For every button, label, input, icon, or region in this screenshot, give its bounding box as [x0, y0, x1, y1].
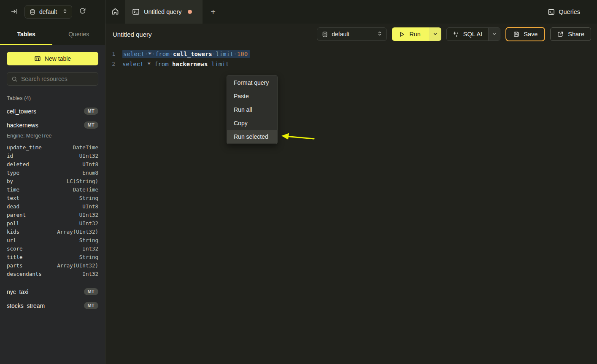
code-line[interactable]: 1select·*·from·cell_towers·limit·100: [105, 49, 597, 59]
column-row[interactable]: titleString: [7, 253, 98, 261]
refresh-button[interactable]: [78, 7, 87, 17]
database-selector[interactable]: default: [24, 5, 72, 19]
column-name: id: [7, 153, 13, 159]
run-options-button[interactable]: [429, 27, 441, 41]
column-name: title: [7, 254, 23, 260]
annotation-arrow: [280, 131, 318, 143]
top-bar-right: Queries: [548, 0, 597, 24]
table-row-nyc-taxi[interactable]: nyc_taxi MT: [7, 285, 98, 299]
column-row[interactable]: byLC(String): [7, 177, 98, 185]
column-row[interactable]: update_timeDateTime: [7, 143, 98, 151]
code-text: select * from hackernews limit: [122, 60, 229, 68]
column-type: Array(UInt32): [57, 229, 98, 235]
table-name: stocks_stream: [7, 302, 45, 309]
run-label: Run: [409, 31, 421, 38]
menu-item-format-query[interactable]: Format query: [227, 76, 277, 89]
column-row[interactable]: pollUInt32: [7, 219, 98, 227]
column-name: descendants: [7, 271, 42, 277]
column-name: update_time: [7, 144, 42, 151]
column-row[interactable]: textString: [7, 194, 98, 202]
column-type: Array(UInt32): [57, 262, 98, 269]
column-name: kids: [7, 229, 19, 235]
menu-item-paste[interactable]: Paste: [227, 89, 277, 103]
column-type: String: [79, 195, 98, 201]
sidebar-tab-tables[interactable]: Tables: [0, 24, 53, 45]
unsaved-indicator-dot: [188, 10, 192, 14]
column-type: UInt32: [79, 220, 98, 226]
top-bar: default Untitled query: [0, 0, 597, 24]
new-table-button[interactable]: New table: [7, 52, 98, 65]
column-type: Enum8: [82, 170, 98, 176]
column-row[interactable]: scoreInt32: [7, 244, 98, 253]
code-line[interactable]: 2select * from hackernews limit: [105, 59, 597, 69]
query-title: Untitled query: [113, 31, 152, 38]
main-area: Untitled query default: [105, 24, 597, 364]
database-selector-value: default: [332, 31, 372, 38]
save-button[interactable]: Save: [505, 27, 545, 41]
terminal-icon: [132, 8, 140, 16]
column-name: parent: [7, 212, 26, 218]
tab-untitled-query[interactable]: Untitled query: [125, 0, 203, 24]
arrow-to-bar-icon: [11, 8, 18, 16]
sidebar: Tables Queries New table Tables (4) cel: [0, 24, 105, 364]
column-row[interactable]: partsArray(UInt32): [7, 261, 98, 270]
column-type: UInt8: [82, 161, 98, 167]
line-number: 2: [105, 60, 122, 68]
editor-context-menu: Format queryPasteRun allCopyRun selected: [227, 75, 278, 144]
column-name: text: [7, 195, 19, 201]
tab-label: Untitled query: [144, 8, 181, 15]
sql-editor[interactable]: 1select·*·from·cell_towers·limit·1002sel…: [105, 45, 597, 69]
home-button[interactable]: [105, 0, 125, 24]
run-split-button: Run: [392, 27, 441, 41]
sparkles-icon: [452, 31, 459, 38]
column-name: poll: [7, 220, 19, 226]
table-row-stocks-stream[interactable]: stocks_stream MT: [7, 299, 98, 313]
column-row[interactable]: urlString: [7, 236, 98, 244]
database-selector[interactable]: default: [317, 27, 387, 41]
column-name: url: [7, 237, 16, 243]
share-label: Share: [568, 31, 584, 38]
menu-item-run-all[interactable]: Run all: [227, 103, 277, 116]
search-input[interactable]: [21, 75, 89, 82]
column-row[interactable]: timeDateTime: [7, 185, 98, 194]
tables-section-header: Tables (4): [7, 95, 98, 101]
column-row[interactable]: parentUInt32: [7, 210, 98, 219]
share-button[interactable]: Share: [550, 27, 591, 41]
run-button[interactable]: Run: [392, 27, 429, 41]
save-label: Save: [524, 31, 538, 38]
chevron-down-icon: [492, 31, 497, 38]
play-icon: [399, 31, 405, 38]
new-tab-button[interactable]: +: [203, 0, 224, 24]
column-row[interactable]: descendantsInt32: [7, 270, 98, 278]
new-table-label: New table: [45, 55, 71, 62]
share-icon: [557, 31, 564, 38]
column-row[interactable]: typeEnum8: [7, 168, 98, 177]
menu-item-copy[interactable]: Copy: [227, 116, 277, 130]
code-lines: 1select·*·from·cell_towers·limit·1002sel…: [105, 49, 597, 69]
sidebar-collapse-button[interactable]: [10, 7, 19, 17]
code-text: select·*·from·cell_towers·limit·100: [122, 50, 250, 58]
table-row-cell-towers[interactable]: cell_towers MT: [7, 104, 98, 118]
queries-button[interactable]: Queries: [548, 8, 580, 16]
database-icon: [322, 31, 328, 38]
home-icon: [111, 7, 119, 17]
sql-ai-options-button[interactable]: [488, 27, 500, 41]
column-row[interactable]: deletedUInt8: [7, 160, 98, 168]
column-type: Int32: [82, 245, 98, 252]
chevron-updown-icon: [377, 31, 382, 38]
search-icon: [11, 76, 18, 82]
engine-detail: Engine: MergeTree: [7, 132, 98, 142]
refresh-icon: [79, 8, 86, 16]
engine-badge: MT: [84, 121, 98, 129]
menu-item-run-selected[interactable]: Run selected: [227, 130, 277, 143]
column-row[interactable]: kidsArray(UInt32): [7, 227, 98, 236]
sidebar-tab-queries[interactable]: Queries: [53, 24, 105, 45]
table-row-hackernews[interactable]: hackernews MT: [7, 118, 98, 132]
column-row[interactable]: idUInt32: [7, 151, 98, 160]
column-type: LC(String): [67, 178, 98, 184]
column-type: UInt8: [82, 203, 98, 210]
column-name: score: [7, 245, 23, 252]
column-type: UInt32: [79, 153, 98, 159]
sql-ai-button[interactable]: SQL AI: [447, 31, 488, 38]
column-row[interactable]: deadUInt8: [7, 202, 98, 210]
